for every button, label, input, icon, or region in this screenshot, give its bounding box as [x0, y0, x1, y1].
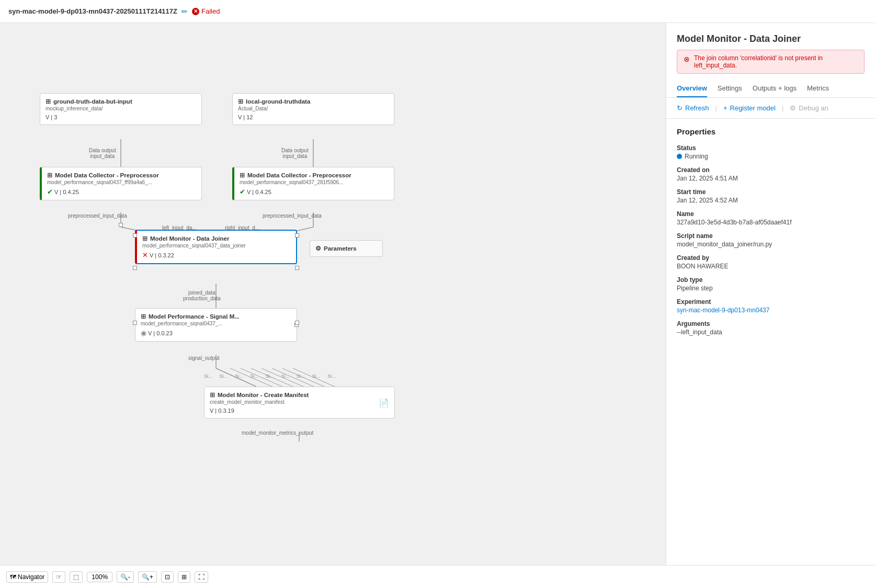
map-icon: 🗺 — [10, 573, 16, 581]
zoom-in-button[interactable]: 🔍+ — [138, 571, 157, 583]
pointer-tool[interactable]: ☞ — [52, 571, 65, 583]
prop-start-time: Start time Jan 12, 2025 4:52 AM — [666, 185, 875, 207]
cursor-icon: ☞ — [56, 573, 62, 581]
register-model-button[interactable]: + Register model — [723, 104, 776, 112]
status-err-icon: ✕ — [142, 251, 148, 259]
tab-metrics[interactable]: Metrics — [807, 80, 829, 97]
handle-left-signal — [133, 266, 137, 270]
prop-experiment: Experiment syn-mac-model-9-dp013-mn0437 — [666, 295, 875, 317]
prop-arguments: Arguments --left_input_data — [666, 317, 875, 339]
debug-button[interactable]: ⚙ Debug an — [790, 104, 828, 112]
node-data-joiner[interactable]: ⊞ Model Monitor - Data Joiner model_perf… — [135, 230, 297, 264]
main-layout: ⊞ ground-truth-data-but-input mockup_inf… — [0, 23, 875, 565]
tab-overview[interactable]: Overview — [677, 80, 707, 97]
step-icon-signal: ⊞ — [141, 313, 146, 320]
params-icon: ⚙ — [315, 245, 321, 252]
conn-label-1: Data outputinput_data — [89, 148, 116, 159]
navigator-button[interactable]: 🗺 Navigator — [6, 571, 48, 583]
fit-icon: ⊡ — [165, 573, 170, 581]
node-preprocessor-2[interactable]: ⊞ Model Data Collector - Preprocessor mo… — [232, 167, 394, 200]
status-ok-icon-2: ✔ — [240, 188, 245, 196]
select-icon: ⬚ — [73, 573, 79, 581]
error-banner: ⊗ The join column 'correlationid' is not… — [677, 50, 865, 74]
panel-tabs: Overview Settings Outputs + logs Metrics — [666, 80, 875, 98]
grid-button[interactable]: ⊞ — [178, 571, 190, 583]
running-dot-icon — [677, 154, 682, 159]
conn-label-9: model_monitor_metrics_output — [242, 430, 313, 436]
step-icon-1: ⊞ — [47, 172, 52, 179]
conn-label-3: preprocessed_input_data — [68, 213, 127, 219]
handle-left-joiner — [119, 223, 123, 227]
plus-icon: + — [723, 104, 728, 112]
prop-created-by: Created by BOON HAWAREE — [666, 251, 875, 273]
prop-created-on: Created on Jan 12, 2025 4:51 AM — [666, 163, 875, 185]
status-ok-icon-1: ✔ — [47, 188, 53, 196]
conn-label-4: preprocessed_input_data — [263, 213, 322, 219]
conn-label-5: left_input_da... — [162, 225, 197, 231]
step-icon-joiner: ⊞ — [142, 235, 147, 242]
handle-left-manifest — [133, 321, 137, 325]
conn-label-7: joined_dataproduction_data — [183, 290, 221, 301]
tab-settings[interactable]: Settings — [718, 80, 742, 97]
edit-icon[interactable]: ✏ — [181, 7, 188, 16]
prop-job-type: Job type Pipeline step — [666, 273, 875, 295]
conn-label-6: right_input_d... — [225, 225, 259, 231]
zoom-in-icon: 🔍+ — [142, 573, 153, 581]
node-data-input-1[interactable]: ⊞ ground-truth-data-but-input mockup_inf… — [40, 93, 202, 125]
conn-label-2: Data outputinput_data — [281, 148, 309, 159]
layout-button[interactable]: ⛶ — [195, 571, 208, 583]
node-data-input-2[interactable]: ⊞ local-ground-truthdata Actual_Data/ V … — [232, 93, 394, 125]
right-panel: Model Monitor - Data Joiner ⊗ The join c… — [666, 23, 875, 565]
conn-label-8: signal_output — [188, 355, 220, 361]
panel-title: Model Monitor - Data Joiner — [666, 23, 875, 50]
layout-icon: ⛶ — [198, 573, 204, 581]
prop-script-name: Script name model_monitor_data_joiner/ru… — [666, 229, 875, 251]
panel-actions: ↻ Refresh | + Register model | ⚙ Debug a… — [666, 98, 875, 119]
prop-name: Name 327a9d10-3e5d-4d3b-b7a8-af05daaef41… — [666, 207, 875, 229]
failed-dot-icon: ✕ — [192, 8, 199, 15]
step-icon-manifest: ⊞ — [210, 391, 215, 399]
status-gray-icon: ◉ — [141, 329, 146, 337]
refresh-button[interactable]: ↻ Refresh — [677, 104, 709, 112]
zoom-out-icon: 🔍- — [120, 573, 130, 581]
node-preprocessor-1[interactable]: ⊞ Model Data Collector - Preprocessor mo… — [40, 167, 202, 200]
node-signal-monitor[interactable]: ⊞ Model Performance - Signal M... model_… — [135, 308, 297, 342]
step-icon-2: ⊞ — [240, 172, 245, 179]
debug-icon: ⚙ — [790, 104, 796, 112]
pipeline-title: syn-mac-model-9-dp013-mn0437-20250111T21… — [8, 7, 177, 15]
status-badge: ✕ Failed — [192, 7, 220, 15]
handle-left-joiner-2 — [133, 233, 137, 238]
top-bar: syn-mac-model-9-dp013-mn0437-20250111T21… — [0, 0, 875, 23]
zoom-out-button[interactable]: 🔍- — [117, 571, 134, 583]
fit-view-button[interactable]: ⊡ — [161, 571, 174, 583]
zoom-display: 100% — [87, 572, 112, 582]
dataset-icon: ⊞ — [46, 98, 51, 105]
handle-right-manifest — [295, 321, 299, 325]
handle-right-signal — [295, 266, 299, 270]
canvas-area[interactable]: ⊞ ground-truth-data-but-input mockup_inf… — [0, 23, 666, 565]
select-tool[interactable]: ⬚ — [70, 571, 83, 583]
error-circle-icon: ⊗ — [684, 55, 690, 63]
node-create-manifest[interactable]: ⊞ Model Monitor - Create Manifest create… — [204, 387, 395, 419]
handle-right-joiner — [295, 233, 299, 238]
tab-outputs-logs[interactable]: Outputs + logs — [753, 80, 797, 97]
properties-section-title: Properties — [666, 119, 875, 141]
bottom-toolbar: 🗺 Navigator ☞ ⬚ 100% 🔍- 🔍+ ⊡ ⊞ ⛶ — [0, 565, 875, 588]
node-parameters[interactable]: ⚙ Parameters — [310, 240, 383, 257]
dataset-icon-2: ⊞ — [238, 98, 243, 105]
refresh-icon: ↻ — [677, 104, 683, 112]
prop-status: Status Running — [666, 141, 875, 163]
grid-icon: ⊞ — [181, 573, 187, 581]
signal-labels-row: Si...Si...Si...Si...Si...Si...Si...Si...… — [204, 374, 336, 379]
